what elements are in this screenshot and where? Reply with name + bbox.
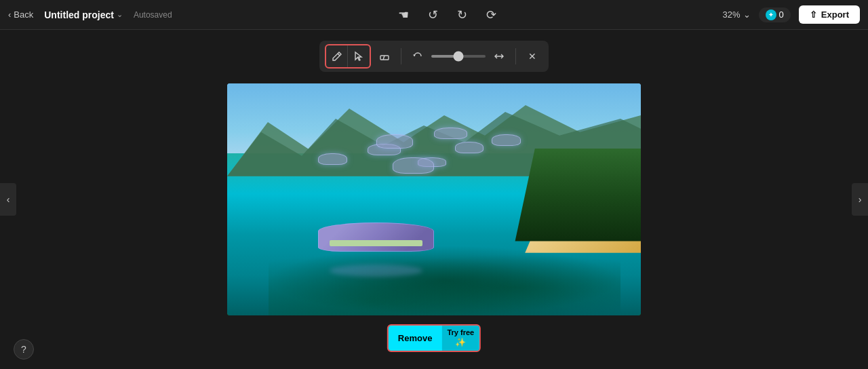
export-label: Export	[821, 9, 849, 20]
remove-button-wrap: Remove Try free ✨	[387, 324, 481, 352]
boat-body	[318, 222, 434, 252]
canvas-image[interactable]	[227, 83, 641, 315]
zoom-control[interactable]: 32% ⌄	[723, 9, 751, 20]
main-area: ✕ ‹	[0, 30, 868, 369]
floating-toolbar: ✕	[319, 41, 549, 72]
credits-count: 0	[779, 9, 784, 20]
help-button[interactable]: ?	[14, 339, 34, 360]
flying-boat-5	[455, 142, 484, 153]
autosaved-status: Autosaved	[134, 10, 172, 20]
remove-label: Remove	[389, 328, 442, 349]
previous-arrow-button[interactable]: ‹	[0, 183, 16, 216]
chevron-right-nav-icon: ›	[859, 194, 862, 205]
paint-selection-group	[325, 44, 371, 69]
credits-badge: ✦ 0	[759, 7, 791, 22]
boat-glow	[318, 222, 434, 252]
refresh-button[interactable]: ⟳	[482, 5, 500, 25]
try-free-badge: Try free ✨	[441, 326, 479, 351]
chevron-left-nav-icon: ‹	[7, 194, 10, 205]
chevron-left-icon: ‹	[8, 9, 11, 20]
back-label: Back	[14, 9, 33, 20]
main-boat	[318, 222, 434, 265]
next-arrow-button[interactable]: ›	[852, 183, 868, 216]
toolbar-separator-1	[401, 48, 401, 64]
top-bar-center: ☚ ↺ ↻ ⟳	[178, 5, 717, 25]
zoom-value: 32%	[723, 9, 741, 20]
project-title-wrap: Untitled project ⌄	[44, 9, 123, 20]
remove-button[interactable]: Remove Try free ✨	[387, 324, 481, 352]
flip-button[interactable]	[488, 45, 510, 67]
flying-boat-6	[434, 128, 467, 139]
back-button[interactable]: ‹ Back	[8, 9, 33, 20]
flying-boat-4	[376, 134, 414, 149]
credits-icon: ✦	[766, 9, 776, 20]
selection-tool-button[interactable]	[348, 45, 370, 67]
canvas-wrapper: Remove Try free ✨	[227, 83, 641, 315]
top-bar: ‹ Back Untitled project ⌄ Autosaved ☚ ↺ …	[0, 0, 868, 30]
redo-back-button[interactable]: ↻	[453, 5, 471, 25]
brush-size-slider-group	[431, 55, 486, 58]
export-arrow-icon: ⇧	[810, 9, 817, 20]
close-toolbar-button[interactable]: ✕	[521, 45, 543, 67]
flying-boat-8	[393, 157, 434, 174]
sparkle-icon: ✨	[455, 337, 466, 348]
top-bar-right: 32% ⌄ ✦ 0 ⇧ Export	[723, 5, 860, 24]
undo-brush-button[interactable]	[407, 45, 429, 67]
export-button[interactable]: ⇧ Export	[799, 5, 860, 24]
help-icon: ?	[21, 344, 26, 355]
try-free-label: Try free	[447, 328, 474, 337]
grab-tool-button[interactable]: ☚	[394, 5, 413, 25]
zoom-chevron-icon: ⌄	[743, 9, 751, 20]
boat-shadow	[330, 265, 422, 277]
eraser-button[interactable]	[374, 45, 395, 67]
close-icon: ✕	[528, 51, 536, 62]
project-title: Untitled project	[44, 9, 114, 20]
paint-tool-button[interactable]	[326, 45, 348, 67]
toolbar-separator-2	[515, 48, 516, 64]
flying-boat-1	[318, 153, 347, 165]
undo-button[interactable]: ↺	[424, 5, 442, 25]
project-dropdown-icon[interactable]: ⌄	[117, 10, 123, 19]
brush-size-slider[interactable]	[431, 55, 486, 58]
flying-boat-7	[492, 134, 521, 146]
